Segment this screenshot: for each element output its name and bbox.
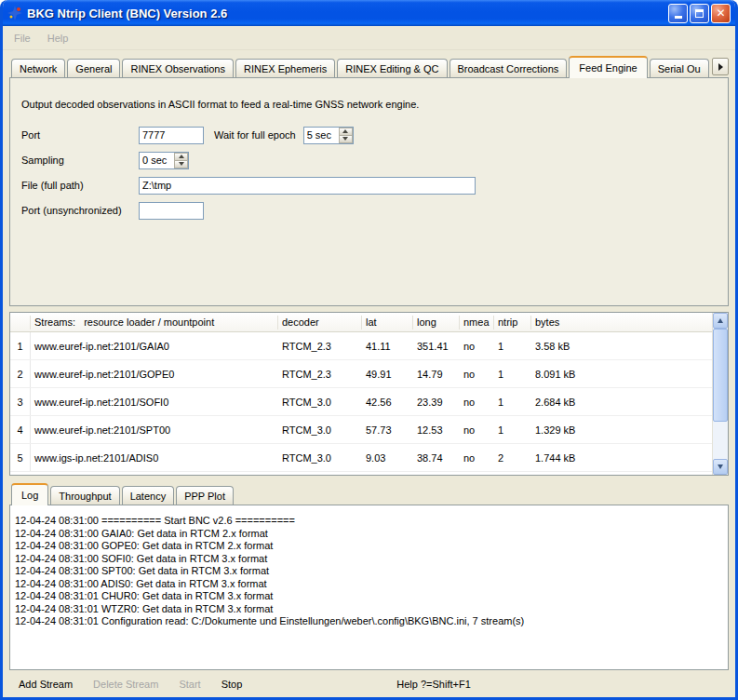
mountpoint-header[interactable]: Streams: resource loader / mountpoint — [31, 316, 278, 330]
log-panel[interactable]: 12-04-24 08:31:00 ========== Start BNC v… — [9, 505, 729, 670]
feed-engine-panel: Output decoded observations in ASCII for… — [9, 77, 729, 306]
long-cell: 14.79 — [413, 369, 460, 380]
port-unsynchronized-input[interactable] — [139, 202, 204, 220]
spin-up-button[interactable] — [174, 153, 188, 160]
bytes-cell: 1.744 kB — [531, 452, 712, 464]
stream-row-4[interactable]: 4 www.euref-ip.net:2101/SPT00 RTCM_3.0 5… — [10, 416, 712, 444]
tab-broadcast-corrections[interactable]: Broadcast Corrections — [450, 59, 568, 77]
mountpoint-cell: www.euref-ip.net:2101/GOPE0 — [31, 369, 278, 380]
log-line: 12-04-24 08:31:00 ADIS0: Get data in RTC… — [15, 578, 723, 591]
tab-rinex-ephemeris[interactable]: RINEX Ephemeris — [235, 59, 335, 77]
tab-throughput[interactable]: Throughput — [50, 486, 119, 505]
long-header[interactable]: long — [413, 316, 460, 330]
tab-log[interactable]: Log — [11, 483, 48, 505]
spin-up-button[interactable] — [339, 128, 353, 135]
port-label: Port — [21, 129, 139, 141]
menu-help[interactable]: Help — [39, 29, 77, 47]
nmea-cell: no — [460, 397, 494, 408]
lat-cell: 41.11 — [362, 341, 413, 352]
corner-header-cell[interactable] — [10, 316, 31, 330]
spin-down-button[interactable] — [174, 160, 188, 168]
bottom-toolbar: Add Stream Delete Stream Start Stop Help… — [9, 670, 729, 697]
stream-row-1[interactable]: 1 www.euref-ip.net:2101/GAIA0 RTCM_2.3 4… — [10, 332, 712, 360]
sampling-spinbox[interactable]: 0 sec — [139, 152, 189, 169]
lat-cell: 42.56 — [362, 397, 413, 408]
spin-down-icon — [179, 162, 184, 166]
tab-rinex-observations[interactable]: RINEX Observations — [122, 59, 233, 77]
titlebar[interactable]: BKG Ntrip Client (BNC) Version 2.6 ✕ — [3, 0, 735, 26]
log-line: 12-04-24 08:31:00 ========== Start BNC v… — [15, 515, 723, 528]
stream-row-3[interactable]: 3 www.euref-ip.net:2101/SOFI0 RTCM_3.0 4… — [10, 388, 712, 416]
wait-for-full-epoch-value: 5 sec — [304, 128, 339, 143]
spin-down-button[interactable] — [339, 135, 353, 143]
stream-row-5[interactable]: 5 www.igs-ip.net:2101/ADIS0 RTCM_3.0 9.0… — [10, 444, 712, 472]
ntrip-cell: 2 — [494, 452, 531, 464]
menubar: File Help — [3, 26, 735, 50]
ntrip-cell: 1 — [494, 369, 531, 380]
scrollbar-thumb[interactable] — [713, 329, 728, 422]
minimize-button[interactable] — [668, 4, 688, 23]
mountpoint-cell: www.euref-ip.net:2101/SPT00 — [31, 424, 278, 436]
main-tabbar: Network General RINEX Observations RINEX… — [9, 54, 729, 77]
tab-rinex-editing-qc[interactable]: RINEX Editing & QC — [337, 59, 447, 77]
streams-scrollbar[interactable] — [712, 313, 728, 475]
menu-file[interactable]: File — [6, 29, 39, 47]
row-number-cell: 3 — [10, 388, 31, 415]
wait-for-full-epoch-spinbox[interactable]: 5 sec — [303, 127, 354, 144]
tab-scroll-right-button[interactable] — [712, 58, 729, 75]
file-path-input[interactable] — [139, 177, 476, 195]
port-unsynchronized-label: Port (unsynchronized) — [21, 205, 139, 216]
ntrip-cell: 1 — [494, 424, 531, 436]
tab-network[interactable]: Network — [11, 59, 65, 77]
help-shortcut-label[interactable]: Help ?=Shift+F1 — [396, 679, 471, 690]
wait-for-full-epoch-label: Wait for full epoch — [214, 129, 296, 141]
decoder-cell: RTCM_2.3 — [278, 341, 362, 352]
port-unsynchronized-row: Port (unsynchronized) — [21, 201, 718, 220]
maximize-button[interactable] — [690, 4, 709, 23]
nmea-cell: no — [460, 424, 494, 436]
decoder-cell: RTCM_3.0 — [278, 452, 362, 464]
row-number-cell: 1 — [10, 332, 31, 359]
nmea-header[interactable]: nmea — [460, 316, 494, 330]
lat-header[interactable]: lat — [362, 316, 413, 330]
scroll-down-button[interactable] — [713, 459, 728, 475]
bytes-cell: 8.091 kB — [531, 369, 712, 380]
nmea-cell: no — [460, 452, 494, 464]
log-line: 12-04-24 08:31:00 GOPE0: Get data in RTC… — [15, 540, 723, 553]
file-path-label: File (full path) — [21, 180, 139, 191]
stop-button[interactable]: Stop — [216, 675, 248, 693]
app-icon — [7, 6, 22, 20]
long-cell: 12.53 — [413, 424, 460, 436]
spin-buttons — [339, 128, 353, 143]
bottom-tabbar: Log Throughput Latency PPP Plot — [9, 481, 729, 505]
close-button[interactable]: ✕ — [711, 4, 731, 23]
mountpoint-cell: www.euref-ip.net:2101/SOFI0 — [31, 397, 278, 408]
tab-ppp-plot[interactable]: PPP Plot — [176, 486, 234, 505]
nmea-cell: no — [460, 369, 494, 380]
sampling-label: Sampling — [21, 155, 139, 166]
add-stream-button[interactable]: Add Stream — [13, 675, 78, 693]
arrow-right-icon — [718, 63, 723, 71]
port-input[interactable] — [139, 127, 204, 144]
close-icon: ✕ — [716, 7, 725, 19]
tab-latency[interactable]: Latency — [122, 486, 175, 505]
ntrip-header[interactable]: ntrip — [494, 316, 531, 330]
streams-table: Streams: resource loader / mountpoint de… — [10, 313, 712, 475]
scrollbar-track[interactable] — [713, 329, 728, 459]
arrow-up-icon — [718, 318, 723, 323]
row-number-cell: 5 — [10, 444, 31, 471]
start-button[interactable]: Start — [173, 675, 206, 693]
ntrip-cell: 1 — [494, 341, 531, 352]
sampling-row: Sampling 0 sec — [21, 151, 718, 169]
tab-serial-output[interactable]: Serial Ou — [650, 59, 709, 77]
main-area: Network General RINEX Observations RINEX… — [3, 50, 735, 697]
decoder-header[interactable]: decoder — [278, 316, 362, 330]
scroll-up-button[interactable] — [713, 313, 728, 329]
lat-cell: 57.73 — [362, 424, 413, 436]
tab-general[interactable]: General — [67, 59, 120, 77]
bytes-header[interactable]: bytes — [531, 316, 712, 330]
tab-feed-engine[interactable]: Feed Engine — [569, 56, 647, 78]
delete-stream-button[interactable]: Delete Stream — [87, 675, 164, 693]
stream-row-2[interactable]: 2 www.euref-ip.net:2101/GOPE0 RTCM_2.3 4… — [10, 360, 712, 388]
arrow-down-icon — [718, 464, 723, 469]
